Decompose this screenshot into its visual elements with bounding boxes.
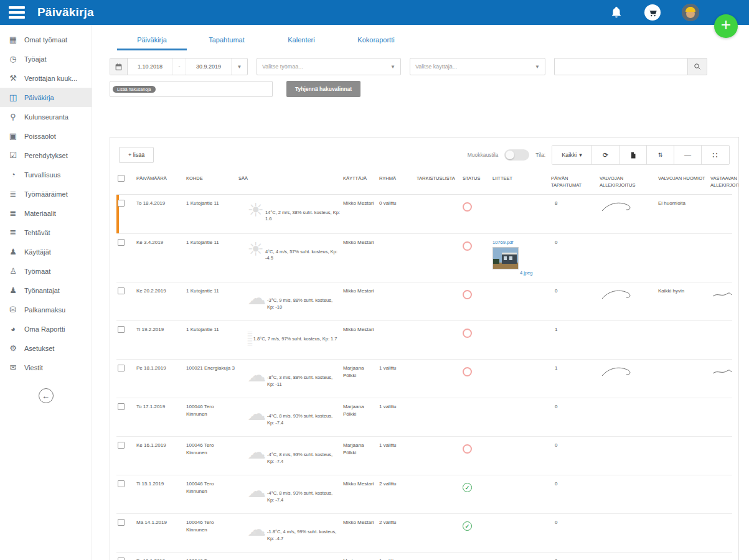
tila-label: Tila: — [535, 152, 545, 158]
sidebar-item-oma-raportti[interactable]: ◕Oma Raportti — [0, 319, 92, 338]
sidebar-item-label: Työajat — [24, 55, 46, 63]
attachment-image-link[interactable]: 4.jpeg — [520, 270, 532, 277]
row-checkbox[interactable] — [118, 200, 125, 207]
row-ryhma: 0 valittu — [379, 200, 414, 207]
row-date: Pe 18.1.2019 — [136, 365, 184, 372]
search-icon[interactable] — [687, 58, 707, 75]
row-checkbox[interactable] — [118, 326, 125, 333]
status-open-icon[interactable] — [463, 367, 472, 376]
add-entry-fab-button[interactable]: + — [714, 14, 738, 38]
sidebar-item-materiaalit[interactable]: ≣Materiaalit — [0, 203, 92, 223]
status-open-icon[interactable] — [463, 202, 472, 212]
row-checkbox[interactable] — [118, 558, 125, 560]
row-checkbox[interactable] — [118, 239, 125, 246]
weather-text: 1.8°C, 7 m/s, 97% suht. kosteus, Kp: 1.7 — [253, 336, 337, 343]
edit-mode-label: Muokkaustila — [468, 152, 499, 158]
column-header — [118, 175, 134, 184]
weather-snow-icon: ☁❄ ❄ — [247, 366, 266, 385]
collapse-rows-button[interactable]: — — [674, 146, 702, 164]
diary-table-card: + lisää Muokkaustila Tila: Kaikki ▾ ⟳ — [110, 137, 739, 560]
sidebar-item-viestit[interactable]: ✉Viestit — [0, 358, 92, 377]
export-button[interactable] — [619, 146, 647, 164]
status-open-icon[interactable] — [463, 444, 472, 454]
sidebar-item-palkanmaksu[interactable]: ⛁Palkanmaksu — [0, 300, 92, 319]
sidebar-item-tyonantajat[interactable]: ♟Työnantajat — [0, 281, 92, 300]
row-checkbox[interactable] — [118, 519, 125, 526]
sidebar-item-turvallisuus[interactable]: ◔Turvallisuus — [0, 165, 92, 184]
row-user: Marjaana Pölkki — [343, 442, 377, 456]
tab-paivakirja[interactable]: Päiväkirja — [117, 34, 187, 50]
row-tapahtumat-count: 8 — [551, 200, 597, 207]
site-select[interactable]: Valitse työmaa... ▼ — [257, 58, 401, 75]
row-status — [463, 558, 490, 560]
sidebar-item-label: Työmaat — [24, 268, 50, 275]
refresh-button[interactable]: ⟳ — [592, 146, 619, 164]
notifications-bell-icon[interactable] — [610, 6, 623, 19]
row-weather: ☁-4°C, 8 m/s, 93% suht. kosteus, Kp: -7.… — [238, 480, 341, 504]
row-checkbox[interactable] — [118, 365, 125, 371]
sidebar-collapse-button[interactable]: ← — [39, 388, 54, 403]
sidebar-item-perehdytykset[interactable]: ☑Perehdytykset — [0, 146, 92, 165]
employer-icon: ♟ — [7, 286, 19, 295]
row-checkbox[interactable] — [118, 287, 125, 294]
status-filter-select[interactable]: Kaikki ▾ — [552, 146, 592, 164]
sidebar-item-tehtavat[interactable]: ≣Tehtävät — [0, 223, 92, 242]
keyword-tag-input[interactable]: Lisää hakusanoja — [110, 81, 273, 97]
row-checkbox[interactable] — [118, 442, 125, 449]
row-kohde: 100021 Energiakuja 3 — [186, 365, 236, 372]
attachment-pdf-link[interactable]: 10769.pdf — [492, 240, 513, 246]
add-row-button[interactable]: + lisää — [119, 147, 154, 163]
weather-text: -8°C, 3 m/s, 88% suht. kosteus, Kp: -11 — [267, 375, 341, 388]
select-all-checkbox[interactable] — [118, 175, 125, 182]
sidebar-item-kulunseuranta[interactable]: ⚲Kulunseuranta — [0, 107, 92, 126]
date-to-value[interactable]: 30.9.2019 — [186, 58, 231, 75]
list-icon: ≣ — [7, 208, 19, 218]
hamburger-menu-icon[interactable] — [9, 6, 25, 19]
snow-flakes-icon: ❄ ❄ — [252, 370, 266, 388]
edit-mode-toggle[interactable] — [504, 149, 529, 161]
sidebar-item-tyomaaraimet[interactable]: ≣Työmääräimet — [0, 184, 92, 203]
search-input[interactable] — [554, 58, 687, 75]
sidebar-item-tyomaat[interactable]: ♙Työmaat — [0, 261, 92, 281]
row-checkbox[interactable] — [118, 480, 125, 487]
cart-icon[interactable] — [644, 4, 661, 21]
sidebar-item-tyoajat[interactable]: ◷Työajat — [0, 49, 92, 68]
sort-button[interactable]: ⇅ — [647, 146, 674, 164]
date-from-value[interactable]: 1.10.2018 — [128, 58, 172, 75]
weather-fog-icon: ≡≡≡ — [247, 331, 252, 346]
keyword-chip[interactable]: Lisää hakusanoja — [113, 86, 156, 93]
sidebar-item-omat-tyomaat[interactable]: ▦Omat työmaat — [0, 30, 92, 49]
sidebar-item-verottajan[interactable]: ⚒Verottajan kuuk... — [0, 68, 92, 88]
tab-tapahtumat[interactable]: Tapahtumat — [192, 34, 261, 50]
tab-kalenteri[interactable]: Kalenteri — [266, 34, 336, 50]
row-kohde: 1 Kutojantie 11 — [186, 200, 236, 207]
fullscreen-button[interactable]: ∷ — [702, 146, 729, 164]
row-checkbox[interactable] — [118, 403, 125, 410]
sidebar-item-asetukset[interactable]: ⚙Asetukset — [0, 338, 92, 358]
tab-bar: PäiväkirjaTapahtumatKalenteriKokoraportt… — [92, 25, 749, 50]
row-date: Ke 16.1.2019 — [136, 442, 184, 449]
date-range-picker[interactable]: 1.10.2018 - 30.9.2019 ▼ — [110, 58, 248, 75]
column-header: Päivämäärä — [136, 175, 184, 182]
status-open-icon[interactable] — [463, 290, 472, 299]
status-done-icon[interactable]: ✓ — [463, 521, 472, 531]
user-select[interactable]: Valitse käyttäjä... ▼ — [410, 58, 545, 75]
clear-filters-button[interactable]: Tyhjennä hakuvalinnat — [286, 81, 360, 97]
safety-icon: ◔ — [7, 170, 19, 179]
user-avatar[interactable] — [682, 4, 699, 21]
page-title: Päiväkirja — [37, 6, 94, 19]
chevron-down-icon[interactable]: ▼ — [231, 58, 247, 75]
status-open-icon[interactable] — [463, 329, 472, 338]
row-status: ✓ — [463, 519, 490, 531]
sidebar-item-label: Omat työmaat — [24, 36, 67, 44]
status-done-icon[interactable]: ✓ — [463, 483, 472, 492]
row-weather: ☁❄ ❄-8°C, 3 m/s, 88% suht. kosteus, Kp: … — [238, 365, 341, 388]
sidebar-item-kayttajat[interactable]: ♟Käyttäjät — [0, 242, 92, 261]
sidebar-item-paivakirja[interactable]: ◫Päiväkirja — [0, 88, 92, 107]
sidebar-item-poissaolot[interactable]: ▣Poissaolot — [0, 126, 92, 146]
table-row: Ti 19.2.20191 Kutojantie 11≡≡≡1.8°C, 7 m… — [116, 320, 732, 359]
tab-kokoraportti[interactable]: Kokoraportti — [341, 34, 411, 50]
status-open-icon[interactable] — [463, 241, 472, 251]
table-body: To 18.4.20191 Kutojantie 11☀14°C, 2 m/s,… — [116, 195, 732, 560]
calendar-icon[interactable] — [110, 58, 128, 75]
